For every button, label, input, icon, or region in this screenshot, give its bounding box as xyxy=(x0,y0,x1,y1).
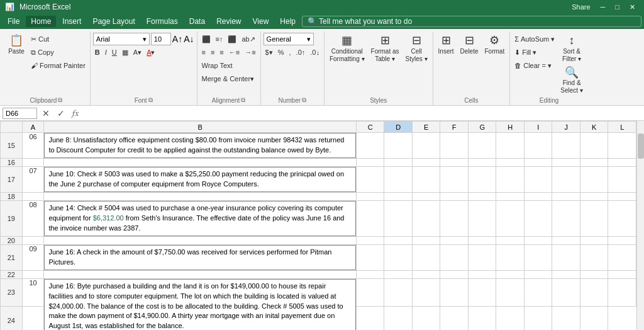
wrap-text-button[interactable]: Wrap Text xyxy=(200,59,235,72)
cell-b20[interactable] xyxy=(44,236,357,244)
cell-e24[interactable] xyxy=(384,306,413,330)
maximize-button[interactable]: □ xyxy=(611,2,623,12)
cell-f21[interactable] xyxy=(440,244,469,270)
align-top-right-button[interactable]: ⬛ xyxy=(226,33,238,45)
cell-l19[interactable] xyxy=(608,200,636,236)
menu-insert[interactable]: Insert xyxy=(57,16,86,27)
row-num-18[interactable]: 18 xyxy=(1,192,23,200)
align-top-left-button[interactable]: ⬛ xyxy=(200,33,213,45)
cancel-formula-button[interactable]: ✕ xyxy=(40,108,52,118)
delete-button[interactable]: ⊟ Delete xyxy=(458,33,481,57)
cell-g19[interactable] xyxy=(468,200,496,236)
cell-j22[interactable] xyxy=(552,270,580,278)
minimize-button[interactable]: ─ xyxy=(597,2,609,12)
cell-c20[interactable] xyxy=(356,236,384,244)
merge-center-button[interactable]: Merge & Center ▾ xyxy=(200,72,257,85)
align-center-button[interactable]: ≡ xyxy=(209,46,216,59)
cell-j24[interactable] xyxy=(524,306,552,330)
row-num-21[interactable]: 21 xyxy=(1,244,23,270)
cell-a17[interactable]: 07 xyxy=(22,167,44,193)
row-num-20[interactable]: 20 xyxy=(1,236,23,244)
cell-d23[interactable] xyxy=(384,278,413,306)
cell-e16[interactable] xyxy=(412,159,440,167)
cell-i15[interactable] xyxy=(524,133,552,159)
cell-d22[interactable] xyxy=(384,270,413,278)
grid-scroll[interactable]: A B C D E F G H I J K L xyxy=(0,121,636,330)
cell-g22[interactable] xyxy=(468,270,496,278)
menu-file[interactable]: File xyxy=(3,16,25,27)
cell-e17[interactable] xyxy=(412,167,440,193)
cell-h19[interactable] xyxy=(496,200,525,236)
number-format-selector[interactable]: General▾ xyxy=(264,33,314,45)
percent-button[interactable]: % xyxy=(276,46,286,59)
fill-button[interactable]: ⬇ Fill ▾ xyxy=(513,46,557,59)
menu-help[interactable]: Help xyxy=(275,16,301,27)
cell-f15[interactable] xyxy=(440,133,469,159)
cell-b16[interactable] xyxy=(44,159,357,167)
cell-b21[interactable]: June 16: A check in the amount of $7,750… xyxy=(44,244,357,270)
cell-h16[interactable] xyxy=(496,159,525,167)
menu-view[interactable]: View xyxy=(248,16,274,27)
cell-d18[interactable] xyxy=(384,192,413,200)
col-header-h[interactable]: H xyxy=(496,122,525,133)
bold-button[interactable]: B xyxy=(93,46,102,59)
col-header-a[interactable]: A xyxy=(22,122,44,133)
cell-d21[interactable] xyxy=(384,244,413,270)
cell-a18[interactable] xyxy=(22,192,44,200)
cell-i24[interactable] xyxy=(496,306,525,330)
cell-h23[interactable] xyxy=(496,278,525,306)
cell-e23[interactable] xyxy=(412,278,440,306)
cell-l15[interactable] xyxy=(608,133,636,159)
font-name-selector[interactable]: Arial▾ xyxy=(93,33,150,45)
autosum-button[interactable]: Σ AutoSum ▾ xyxy=(513,33,557,45)
cell-f18[interactable] xyxy=(440,192,469,200)
cell-d20[interactable] xyxy=(384,236,413,244)
cell-j20[interactable] xyxy=(552,236,580,244)
cell-e15[interactable] xyxy=(412,133,440,159)
cell-j16[interactable] xyxy=(552,159,580,167)
cell-h17[interactable] xyxy=(496,167,525,193)
decimal-increase-button[interactable]: .0↑ xyxy=(294,46,308,59)
cell-i23[interactable] xyxy=(524,278,552,306)
cell-d15[interactable] xyxy=(384,133,413,159)
cell-k17[interactable] xyxy=(580,167,608,193)
cell-b17[interactable]: June 10: Check # 5003 was used to make a… xyxy=(44,167,357,193)
clear-button[interactable]: 🗑 Clear = ▾ xyxy=(513,59,557,72)
menu-data[interactable]: Data xyxy=(184,16,210,27)
cell-l16[interactable] xyxy=(608,159,636,167)
indent-decrease-button[interactable]: ←≡ xyxy=(227,46,242,59)
indent-increase-button[interactable]: →≡ xyxy=(243,46,257,59)
cell-b19[interactable]: June 14: Check # 5004 was used to purcha… xyxy=(44,200,357,236)
cell-a20[interactable] xyxy=(22,236,44,244)
cell-e21[interactable] xyxy=(412,244,440,270)
row-num-15[interactable]: 15 xyxy=(1,133,23,159)
cell-g23[interactable] xyxy=(468,278,496,306)
font-dialog-icon[interactable]: ⧉ xyxy=(148,96,153,104)
conditional-formatting-button[interactable]: ▦ ConditionalFormatting ▾ xyxy=(327,33,367,64)
cell-j23[interactable] xyxy=(552,278,580,306)
font-size-selector[interactable]: 10 xyxy=(151,33,171,45)
cell-b22[interactable] xyxy=(44,270,357,278)
cell-a21[interactable]: 09 xyxy=(22,244,44,270)
format-button[interactable]: ⚙ Format xyxy=(482,33,507,57)
cell-e20[interactable] xyxy=(412,236,440,244)
cell-l18[interactable] xyxy=(608,192,636,200)
row-num-16[interactable]: 16 xyxy=(1,159,23,167)
font-size-increase-button[interactable]: A↑ xyxy=(172,34,182,44)
cell-c19[interactable] xyxy=(356,200,384,236)
insert-function-button[interactable]: 𝑓𝑥 xyxy=(70,108,81,118)
col-header-f[interactable]: F xyxy=(440,122,469,133)
cell-l23[interactable] xyxy=(608,278,636,306)
paste-button[interactable]: 📋 Paste xyxy=(5,33,28,57)
cell-g24[interactable] xyxy=(440,306,469,330)
menu-search[interactable]: 🔍 Tell me what you want to do xyxy=(302,16,641,27)
cell-k24[interactable] xyxy=(552,306,580,330)
currency-button[interactable]: $▾ xyxy=(264,46,275,59)
cell-e19[interactable] xyxy=(412,200,440,236)
col-header-l[interactable]: L xyxy=(608,122,636,133)
col-header-g[interactable]: G xyxy=(468,122,496,133)
cell-l22[interactable] xyxy=(608,270,636,278)
cell-h20[interactable] xyxy=(496,236,525,244)
cell-c21[interactable] xyxy=(356,244,384,270)
cell-e18[interactable] xyxy=(412,192,440,200)
